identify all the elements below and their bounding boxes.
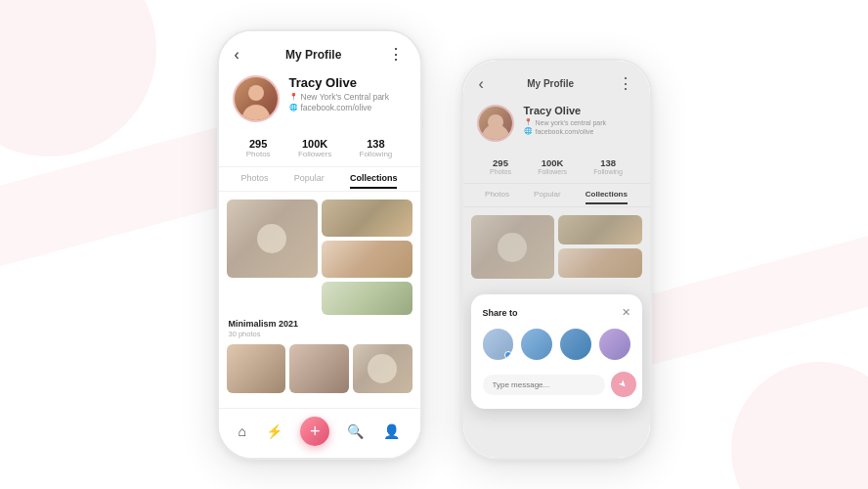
profile-website: 🌐 facebook.com/olive (289, 103, 407, 112)
bottom-nav: ⌂ ⚡ + 🔍 👤 (219, 408, 420, 458)
collection-title: Minimalism 2021 (227, 319, 412, 329)
avatar (233, 75, 280, 122)
location-icon: 📍 (289, 93, 298, 101)
main-header: ‹ My Profile ⋮ (219, 31, 420, 71)
share-avatar-1[interactable] (483, 329, 514, 360)
tab-popular[interactable]: Popular (294, 173, 325, 189)
more-button[interactable]: ⋮ (388, 45, 405, 64)
stat-photos-label: Photos (246, 150, 271, 158)
share-avatar-2[interactable] (521, 329, 552, 360)
phone-main-inner: ‹ My Profile ⋮ Tracy Olive 📍 New York's … (219, 31, 420, 458)
grid-top-row (227, 200, 412, 315)
stat-photos: 295 Photos (246, 138, 271, 158)
phone-secondary-inner: ‹ My Profile ⋮ Tracy Olive 📍 New york's … (463, 61, 650, 458)
grid-item-7[interactable] (353, 344, 412, 393)
stat-following: 138 Following (360, 138, 393, 158)
nav-add-button[interactable]: + (300, 417, 329, 446)
header-title: My Profile (285, 48, 341, 62)
tabs-row: Photos Popular Collections (219, 167, 420, 192)
grid-right-col (322, 200, 412, 315)
food-image-4 (322, 282, 412, 315)
send-icon: ➤ (616, 378, 629, 390)
share-avatar-4[interactable] (599, 329, 630, 360)
share-input-row: ➤ (483, 372, 630, 397)
collection-count: 30 photos (227, 330, 412, 338)
grid-item-6[interactable] (289, 344, 349, 393)
tab-photos[interactable]: Photos (241, 173, 269, 189)
share-avatar-3[interactable] (560, 329, 591, 360)
grid-item-1[interactable] (227, 200, 318, 278)
food-image-5 (227, 344, 286, 393)
food-image-6 (289, 344, 349, 393)
avatar-image (235, 77, 278, 120)
nav-activity[interactable]: ⚡ (264, 422, 284, 441)
profile-section: Tracy Olive 📍 New York's Central park 🌐 … (219, 71, 420, 132)
collections-grid: Minimalism 2021 30 photos (219, 192, 420, 408)
online-indicator-1 (504, 351, 512, 359)
back-button[interactable]: ‹ (235, 46, 239, 64)
tab-collections[interactable]: Collections (350, 173, 398, 189)
profile-name: Tracy Olive (289, 75, 407, 90)
nav-search[interactable]: 🔍 (345, 422, 366, 441)
share-modal: Share to ✕ ➤ (471, 294, 642, 409)
phone-secondary: ‹ My Profile ⋮ Tracy Olive 📍 New york's … (461, 59, 652, 460)
food-image-1 (227, 200, 318, 278)
stat-photos-value: 295 (246, 138, 271, 150)
nav-profile[interactable]: 👤 (381, 422, 402, 441)
share-message-input[interactable] (483, 375, 605, 395)
grid-item-4[interactable] (322, 282, 412, 315)
food-image-3 (322, 241, 412, 278)
stat-following-value: 138 (360, 138, 393, 150)
stats-row: 295 Photos 100K Followers 138 Following (219, 132, 420, 167)
stat-following-label: Following (360, 150, 393, 158)
nav-home[interactable]: ⌂ (237, 422, 248, 441)
share-close-button[interactable]: ✕ (622, 306, 630, 319)
share-avatars (483, 329, 630, 360)
food-image-2 (322, 200, 412, 237)
link-icon: 🌐 (289, 104, 298, 111)
share-modal-header: Share to ✕ (483, 306, 630, 319)
stat-followers: 100K Followers (298, 138, 331, 158)
food-image-7 (353, 344, 412, 393)
grid-item-2[interactable] (322, 200, 412, 237)
grid-bottom-row (227, 344, 412, 393)
phone-main: ‹ My Profile ⋮ Tracy Olive 📍 New York's … (217, 29, 422, 460)
stat-followers-value: 100K (298, 138, 331, 150)
grid-item-3[interactable] (322, 241, 412, 278)
stat-followers-label: Followers (298, 150, 331, 158)
grid-item-5[interactable] (227, 344, 286, 393)
share-send-button[interactable]: ➤ (611, 372, 636, 397)
share-modal-title: Share to (483, 308, 518, 318)
profile-location: 📍 New York's Central park (289, 92, 407, 102)
profile-info: Tracy Olive 📍 New York's Central park 🌐 … (289, 75, 407, 113)
